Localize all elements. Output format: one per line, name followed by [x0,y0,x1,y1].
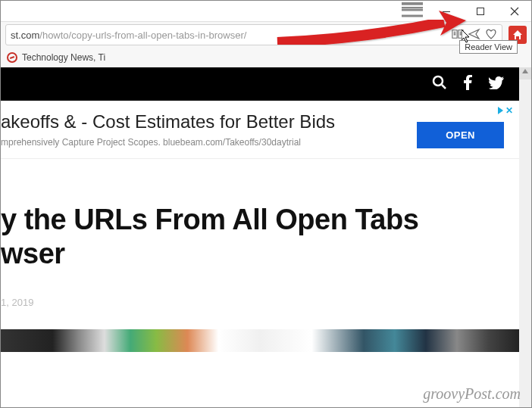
article-hero-image [1,329,519,352]
facebook-icon[interactable] [464,75,472,93]
site-header [1,67,519,101]
url-domain: st.com [11,30,39,41]
svg-rect-1 [402,7,423,8]
tooltip: Reader View [459,40,518,54]
vertical-scrollbar[interactable] [519,67,531,407]
advertisement: ✕ akeoffs & - Cost Estimates for Better … [1,101,519,159]
minimize-button[interactable] [429,1,463,22]
ad-cta-button[interactable]: OPEN [417,122,504,148]
page-content: ✕ akeoffs & - Cost Estimates for Better … [1,67,519,407]
bookmark-favicon [7,52,17,63]
close-button[interactable] [497,1,531,22]
bookmark-item[interactable]: Technology News, Ti [22,52,105,63]
article-title: y the URLs From All Open Tabs wser [1,203,519,271]
address-bar-row: st.com/howto/copy-urls-from-all-open-tab… [1,22,531,48]
twitter-icon[interactable] [489,76,504,92]
svg-rect-3 [477,8,483,14]
bookmarks-bar: Technology News, Ti [1,48,531,67]
svg-rect-2 [443,11,450,12]
maximize-button[interactable] [463,1,497,22]
article-body: y the URLs From All Open Tabs wser 1, 20… [1,165,519,352]
address-bar[interactable]: st.com/howto/copy-urls-from-all-open-tab… [5,24,502,45]
watermark: groovyPost.com [423,385,521,403]
window-titlebar [1,1,531,22]
svg-rect-0 [402,2,423,4]
ad-choices[interactable]: ✕ [498,105,513,116]
url-path: /howto/copy-urls-from-all-open-tabs-in-b… [39,30,246,41]
article-date: 1, 2019 [1,297,519,308]
svg-line-5 [442,85,446,89]
search-icon[interactable] [432,75,447,93]
vivaldi-menu-icon[interactable] [402,1,423,22]
svg-point-4 [433,76,443,86]
